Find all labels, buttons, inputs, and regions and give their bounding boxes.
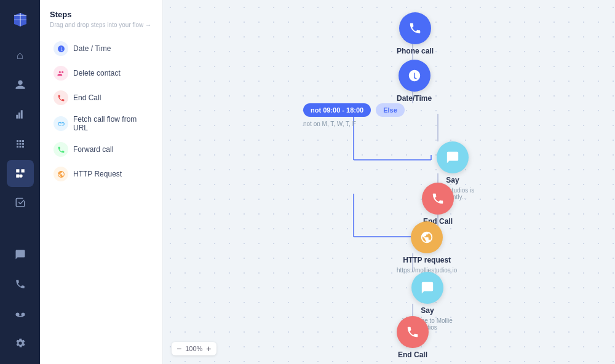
- zoom-level: 100%: [185, 345, 202, 352]
- node-http[interactable]: HTTP request https://molliestudios.io: [397, 221, 457, 274]
- flow-canvas[interactable]: Phone call Date/Time not 09:00 - 18:00 E…: [163, 0, 615, 364]
- step-delete-label: Delete contact: [73, 69, 121, 77]
- condition-sublabel: not on M, T, W, T, F: [303, 121, 356, 127]
- step-endcall[interactable]: End Call: [50, 86, 153, 109]
- datetime-circle[interactable]: [399, 60, 430, 92]
- datetime-icon: [54, 41, 68, 56]
- http-label: HTTP request: [403, 256, 451, 264]
- endcall2-label: End Call: [398, 350, 427, 359]
- app-logo: [8, 7, 33, 32]
- step-delete[interactable]: Delete contact: [50, 61, 153, 85]
- nav-item-flows[interactable]: [7, 160, 34, 187]
- node-endcall2[interactable]: End Call: [397, 316, 429, 359]
- datetime-label: Date/Time: [397, 94, 432, 103]
- sidebar-title: Steps: [50, 10, 153, 19]
- endcall-icon: [54, 90, 68, 105]
- step-datetime-label: Date / Time: [73, 44, 111, 53]
- phone-circle[interactable]: [399, 12, 431, 44]
- endcall2-circle[interactable]: [397, 316, 429, 348]
- say2-circle[interactable]: [411, 272, 443, 304]
- nav-item-apps[interactable]: [7, 130, 34, 157]
- phone-label: Phone call: [397, 47, 434, 55]
- http-circle[interactable]: [411, 221, 443, 253]
- sidebar-subtitle: Drag and drop steps into your flow →: [50, 22, 153, 28]
- zoom-plus-button[interactable]: +: [206, 344, 211, 353]
- nav-item-tasks[interactable]: [7, 189, 34, 216]
- nav-item-calls[interactable]: [7, 271, 34, 298]
- step-fetch[interactable]: Fetch call flow from URL: [50, 111, 153, 136]
- nav-item-voicemail[interactable]: [7, 300, 34, 327]
- condition-else-pill[interactable]: Else: [376, 103, 405, 117]
- nav-item-home[interactable]: ⌂: [7, 42, 34, 69]
- step-forward-label: Forward call: [73, 145, 113, 154]
- step-http[interactable]: HTTP Request: [50, 162, 153, 186]
- nav-item-analytics[interactable]: [7, 101, 34, 128]
- delete-icon: [54, 66, 68, 81]
- step-http-label: HTTP Request: [73, 170, 122, 178]
- left-nav: ⌂: [0, 0, 40, 364]
- node-phone[interactable]: Phone call: [397, 12, 434, 55]
- fetch-icon: [54, 116, 68, 131]
- step-endcall-label: End Call: [73, 93, 101, 102]
- condition-block: not 09:00 - 18:00 Else not on M, T, W, T…: [303, 103, 405, 127]
- forward-icon: [54, 142, 68, 157]
- http-icon: [54, 167, 68, 181]
- step-forward[interactable]: Forward call: [50, 138, 153, 161]
- say1-circle[interactable]: [437, 141, 469, 173]
- zoom-minus-button[interactable]: −: [177, 344, 181, 353]
- node-endcall1[interactable]: End Call: [422, 183, 454, 226]
- condition-not-pill[interactable]: not 09:00 - 18:00: [303, 103, 371, 117]
- flow-container: Phone call Date/Time not 09:00 - 18:00 E…: [163, 0, 615, 364]
- endcall1-circle[interactable]: [422, 183, 454, 215]
- nav-item-settings[interactable]: [7, 330, 34, 357]
- nav-item-contacts[interactable]: [7, 71, 34, 98]
- node-datetime[interactable]: Date/Time: [397, 60, 432, 103]
- step-fetch-label: Fetch call flow from URL: [73, 115, 149, 132]
- steps-sidebar: Steps Drag and drop steps into your flow…: [40, 0, 163, 364]
- nav-item-chat[interactable]: [7, 241, 34, 268]
- svg-point-0: [15, 313, 19, 317]
- zoom-bar: − 100% +: [172, 342, 216, 355]
- svg-point-1: [21, 313, 25, 317]
- connector-lines: [163, 0, 615, 364]
- say2-label: Say: [421, 306, 434, 315]
- flow-inner: Phone call Date/Time not 09:00 - 18:00 E…: [163, 0, 615, 364]
- step-datetime[interactable]: Date / Time: [50, 37, 153, 60]
